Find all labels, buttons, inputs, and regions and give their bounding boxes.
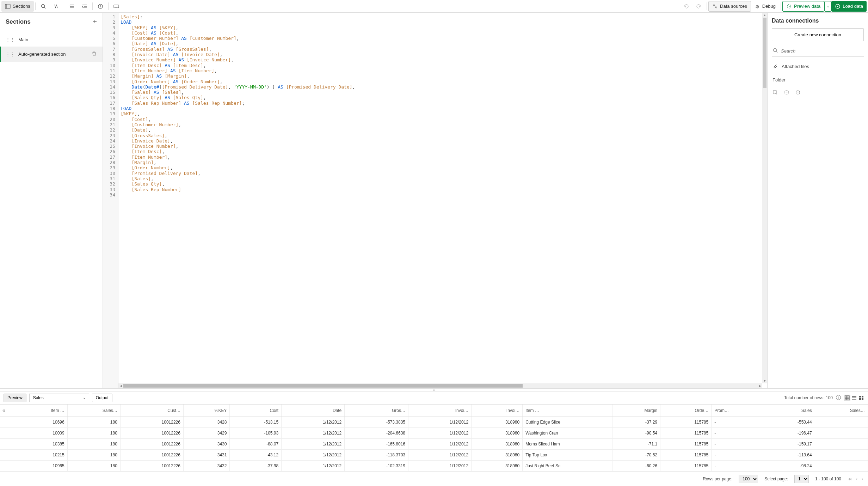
table-cell: 3430 xyxy=(183,439,229,450)
column-header[interactable]: Sales xyxy=(763,405,815,417)
scroll-thumb[interactable] xyxy=(123,384,523,388)
column-header[interactable]: %KEY xyxy=(183,405,229,417)
drag-handle-icon[interactable]: ⋮⋮ xyxy=(6,37,15,42)
code-area[interactable]: [Sales]:LOAD [%KEY] AS [%KEY], [Cost] AS… xyxy=(118,13,767,388)
outdent-button[interactable] xyxy=(78,1,91,12)
preview-data-button[interactable]: Preview data xyxy=(782,1,824,12)
table-row[interactable]: 10215180100122263431-43.121/12/2012-118.… xyxy=(0,450,868,461)
column-header[interactable]: ⇅Item … xyxy=(0,405,67,417)
svg-rect-37 xyxy=(845,396,849,400)
insert-script-icon[interactable] xyxy=(784,90,789,96)
vertical-scrollbar[interactable]: ▲ ▼ xyxy=(762,13,767,383)
info-icon[interactable]: i xyxy=(836,395,841,401)
pager-next-icon[interactable]: › xyxy=(862,476,863,481)
connection-search[interactable] xyxy=(772,45,864,57)
search-button[interactable] xyxy=(37,1,50,12)
table-cell: 3431 xyxy=(183,450,229,461)
table-cell: - xyxy=(712,439,763,450)
column-header[interactable]: Item … xyxy=(523,405,612,417)
table-cell: Tip Top Lox xyxy=(523,450,612,461)
scroll-up-arrow[interactable]: ▲ xyxy=(762,13,767,18)
undo-button[interactable] xyxy=(680,1,692,12)
table-cell: 10696 xyxy=(0,417,67,428)
svg-line-5 xyxy=(56,5,57,8)
table-cell: Cutting Edge Slice xyxy=(523,417,612,428)
table-cell: -513.15 xyxy=(230,417,282,428)
delete-icon[interactable] xyxy=(91,51,97,57)
table-row[interactable]: 10965180100122263432-37.981/12/2012-102.… xyxy=(0,461,868,472)
table-cell: -118.3703 xyxy=(345,450,408,461)
section-item[interactable]: ⋮⋮Auto-generated section xyxy=(0,47,103,62)
table-row[interactable]: 10696180100122263428-513.151/12/2012-573… xyxy=(0,417,868,428)
scroll-down-arrow[interactable]: ▼ xyxy=(762,378,767,383)
svg-line-3 xyxy=(44,7,45,8)
view-list-icon[interactable] xyxy=(851,395,857,401)
sidebar-title: Sections xyxy=(6,18,31,25)
scroll-thumb[interactable] xyxy=(763,18,767,88)
preview-grid[interactable]: ⇅Item …Sales…Cust…%KEYCostDateGros…Invoi… xyxy=(0,405,868,472)
drag-handle-icon[interactable]: ⋮⋮ xyxy=(6,51,15,57)
scroll-left-arrow[interactable]: ◀ xyxy=(118,383,123,388)
connection-search-input[interactable] xyxy=(781,48,863,54)
column-header[interactable]: Invoi… xyxy=(408,405,472,417)
view-table-icon[interactable] xyxy=(844,395,850,401)
column-header[interactable]: Margin xyxy=(612,405,660,417)
attached-files-label: Attached files xyxy=(782,64,809,69)
horizontal-splitter[interactable] xyxy=(0,388,868,391)
column-header[interactable]: Date xyxy=(282,405,345,417)
preview-data-dropdown[interactable]: ⌄ xyxy=(824,1,831,12)
column-header[interactable]: Cost xyxy=(230,405,282,417)
table-row[interactable]: 10385180100122263430-88.071/12/2012-165.… xyxy=(0,439,868,450)
svg-rect-47 xyxy=(859,398,861,400)
table-cell: 1/12/2012 xyxy=(408,450,472,461)
preview-table-select[interactable]: Sales xyxy=(29,394,89,402)
preview-tab[interactable]: Preview xyxy=(4,394,26,402)
column-header[interactable]: Prom… xyxy=(712,405,763,417)
sections-toggle-button[interactable]: Sections xyxy=(1,1,34,12)
code-editor[interactable]: 1234567891011121314151617181920212223242… xyxy=(103,13,767,388)
edit-connection-icon[interactable] xyxy=(795,90,801,96)
column-header[interactable]: Sales… xyxy=(815,405,868,417)
svg-point-33 xyxy=(785,91,788,92)
debug-button[interactable]: Debug xyxy=(751,1,779,12)
column-header[interactable]: Gros… xyxy=(345,405,408,417)
redo-button[interactable] xyxy=(692,1,705,12)
table-row[interactable]: 10009180100122263429-105.931/12/2012-204… xyxy=(0,428,868,439)
view-grid-icon[interactable] xyxy=(858,395,864,401)
table-cell: 10012226 xyxy=(120,461,183,472)
keyboard-button[interactable] xyxy=(110,1,123,12)
section-item-label: Auto-generated section xyxy=(18,51,66,57)
svg-line-4 xyxy=(55,5,56,8)
add-section-button[interactable]: + xyxy=(93,18,97,26)
column-header[interactable]: Orde… xyxy=(660,405,712,417)
attached-files-row[interactable]: Attached files xyxy=(772,61,864,72)
comment-button[interactable] xyxy=(50,1,62,12)
column-header[interactable]: Sales… xyxy=(67,405,120,417)
table-cell: 1/12/2012 xyxy=(282,417,345,428)
svg-rect-46 xyxy=(862,396,863,397)
help-button[interactable]: ? xyxy=(94,1,107,12)
select-page-select[interactable]: 1 xyxy=(794,475,809,483)
create-new-connection-button[interactable]: Create new connection xyxy=(772,28,864,41)
select-data-icon[interactable] xyxy=(772,90,778,96)
horizontal-scrollbar[interactable]: ◀ ▶ xyxy=(118,383,762,388)
pager-first-icon[interactable]: ⏮ xyxy=(848,476,852,481)
output-tab[interactable]: Output xyxy=(92,394,112,402)
toolbar: Sections ? Data sources Debug Preview da… xyxy=(0,0,868,13)
table-cell xyxy=(815,450,868,461)
table-cell: 180 xyxy=(67,450,120,461)
column-header[interactable]: Cust… xyxy=(120,405,183,417)
indent-button[interactable] xyxy=(66,1,78,12)
load-data-button[interactable]: Load data xyxy=(831,1,867,12)
data-sources-button[interactable]: Data sources xyxy=(708,1,751,12)
data-connections-title: Data connections xyxy=(772,18,864,24)
column-header[interactable]: Invoi… xyxy=(472,405,523,417)
table-header-row: ⇅Item …Sales…Cust…%KEYCostDateGros…Invoi… xyxy=(0,405,868,417)
pager-prev-icon[interactable]: ‹ xyxy=(856,476,857,481)
table-cell: -102.3319 xyxy=(345,461,408,472)
table-cell: -204.6638 xyxy=(345,428,408,439)
section-item[interactable]: ⋮⋮Main xyxy=(0,33,103,47)
rows-per-page-select[interactable]: 100 xyxy=(739,475,758,483)
scroll-right-arrow[interactable]: ▶ xyxy=(757,383,762,388)
pager: Rows per page: 100 Select page: 1 1 - 10… xyxy=(0,472,868,486)
